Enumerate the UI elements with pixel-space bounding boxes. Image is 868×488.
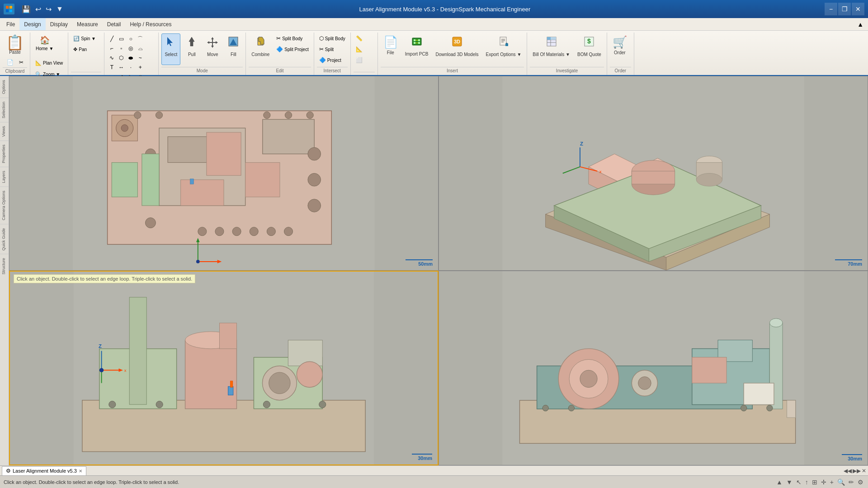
menu-help[interactable]: Help / Resources [125, 18, 176, 30]
move-button[interactable]: Move [203, 33, 222, 65]
ribbon: 📋 Paste 📄 ✂ Clipboard 🏠 H [0, 31, 868, 76]
intersect-split-body-button[interactable]: ⬡ Split Body [317, 33, 348, 43]
minimize-btn[interactable]: − [825, 3, 837, 15]
status-settings-btn[interactable]: ⚙ [857, 479, 864, 486]
ribbon-group-insert: 📄 File Import PCB [378, 33, 528, 75]
sketch-rect[interactable]: ▭ [117, 34, 126, 43]
sketch-more[interactable]: + [136, 63, 145, 72]
sketch-arc2[interactable]: ⌓ [136, 44, 145, 53]
viewport-top-right[interactable]: Z x 70mm [439, 76, 868, 271]
download-3d-button[interactable]: 3D Download 3D Models [433, 33, 481, 65]
export-options-button[interactable]: Export Options ▼ [483, 33, 524, 65]
sketch-dim[interactable]: ↔ [117, 63, 126, 72]
side-tab-views[interactable]: Views [0, 122, 9, 141]
side-tab-camera[interactable]: Camera Options [0, 187, 9, 224]
pan-button[interactable]: ✥ Pan [71, 44, 89, 54]
clipboard-label: Clipboard [3, 67, 27, 75]
svg-point-51 [284, 227, 292, 236]
maximize-btn[interactable]: ❐ [838, 3, 851, 15]
status-render-btn[interactable]: ✏ [848, 479, 855, 486]
sketch-line[interactable]: ╱ [107, 34, 116, 43]
status-up-btn[interactable]: ▲ [775, 479, 783, 486]
sketch-ellipse[interactable]: ⬬ [126, 53, 135, 62]
bom-quote-button[interactable]: $ BOM Quote [575, 33, 604, 65]
side-tab-properties[interactable]: Properties [0, 141, 9, 167]
clipboard-small-2[interactable]: ✂ [17, 57, 26, 67]
save-btn[interactable]: 💾 [20, 4, 33, 14]
fill-button[interactable]: Fill [224, 33, 243, 65]
measure-area-button[interactable]: ⬜ [354, 55, 365, 65]
split-body-button[interactable]: ✂ Split Body [274, 33, 311, 43]
svg-text:Z: Z [580, 141, 583, 146]
file-button[interactable]: 📄 File [381, 33, 401, 65]
menu-file[interactable]: File [2, 18, 19, 30]
svg-point-133 [542, 405, 548, 411]
quick-access-more[interactable]: ▼ [54, 4, 65, 14]
sketch-text[interactable]: T [107, 63, 116, 72]
side-tab-options[interactable]: Options [0, 76, 9, 98]
sketch-rect2[interactable]: ▫ [117, 44, 126, 53]
sketch-polyline[interactable]: ⌐ [107, 44, 116, 53]
sketch-circle[interactable]: ○ [126, 34, 135, 43]
redo-btn[interactable]: ↪ [44, 4, 53, 14]
tab-close-all-btn[interactable]: ✕ [862, 468, 866, 474]
menu-measure[interactable]: Measure [72, 18, 103, 30]
ribbon-collapse-btn[interactable]: ▲ [854, 21, 866, 28]
paste-button[interactable]: 📋 Paste [3, 33, 27, 56]
split-button[interactable]: ✂ Split [317, 44, 336, 54]
combine-button[interactable]: Combine [249, 33, 272, 65]
status-zoom-btn[interactable]: + [829, 479, 835, 486]
menu-display[interactable]: Display [46, 18, 72, 30]
menu-design[interactable]: Design [19, 18, 45, 30]
side-tab-selection[interactable]: Selection [0, 98, 9, 122]
sketch-point[interactable]: · [126, 63, 135, 72]
svg-rect-130 [692, 357, 726, 383]
undo-btn[interactable]: ↩ [33, 4, 43, 14]
plan-view-button[interactable]: 📐 Plan View [33, 58, 65, 68]
order-button[interactable]: 🛒 Order [610, 33, 630, 65]
tab-laser[interactable]: ⚙ Laser Alignment Module v5.3 ✕ [2, 466, 86, 475]
sketch-curve[interactable]: ∿ [107, 53, 116, 62]
split-project-button[interactable]: 🔷 Split Project [274, 44, 311, 54]
project-button[interactable]: 🔷 Project [317, 55, 344, 65]
side-tab-layers[interactable]: Layers [0, 167, 9, 187]
edit-label: Edit [249, 67, 311, 74]
menu-detail[interactable]: Detail [103, 18, 126, 30]
status-select-btn[interactable]: ↑ [804, 479, 809, 486]
status-grid-btn[interactable]: ⊞ [811, 479, 818, 486]
measure-angle-button[interactable]: 📐 [354, 44, 365, 54]
pull-button[interactable]: Pull [182, 33, 201, 65]
svg-rect-11 [412, 38, 421, 45]
status-down-btn[interactable]: ▼ [785, 479, 793, 486]
side-tab-structure[interactable]: Structure [0, 254, 9, 278]
sketch-spline[interactable]: ~ [136, 53, 145, 62]
status-zoom2-btn[interactable]: 🔍 [836, 479, 846, 486]
viewport-top-left[interactable]: 50mm [9, 76, 439, 271]
close-btn[interactable]: ✕ [852, 3, 864, 15]
sketch-circle2[interactable]: ◎ [126, 44, 135, 53]
clipboard-small-1[interactable]: 📄 [5, 57, 16, 67]
side-tab-quickguide[interactable]: Quick Guide [0, 224, 9, 254]
status-cursor-btn[interactable]: ↖ [795, 479, 802, 486]
tab-close-btn[interactable]: ✕ [79, 469, 82, 474]
viewport-bottom-right-canvas [439, 271, 868, 465]
import-pcb-button[interactable]: Import PCB [402, 33, 431, 65]
measure-line-button[interactable]: 📏 [354, 33, 365, 43]
svg-point-125 [638, 377, 651, 390]
status-snap-btn[interactable]: ✛ [820, 479, 827, 486]
sketch-arc[interactable]: ⌒ [136, 34, 145, 43]
select-button[interactable]: Select [161, 33, 180, 65]
svg-point-49 [250, 227, 258, 236]
spin-button[interactable]: 🔃 Spin ▼ [71, 33, 98, 43]
viewport-bottom-left[interactable]: Click an object. Double-click to select … [9, 271, 439, 465]
tab-next-btn[interactable]: ▶▶ [853, 468, 861, 474]
tab-prev-btn[interactable]: ◀◀ [844, 468, 852, 474]
pull-label: Pull [188, 52, 196, 57]
viewport-bottom-right[interactable]: 30mm [439, 271, 868, 465]
svg-rect-0 [6, 6, 9, 9]
bom-button[interactable]: Bill Of Materials ▼ [530, 33, 573, 65]
status-text: Click an object. Double-click to select … [4, 479, 775, 485]
svg-rect-96 [129, 297, 146, 404]
sketch-polygon[interactable]: ⬡ [117, 53, 126, 62]
home-button[interactable]: 🏠 Home ▼ [33, 33, 56, 56]
